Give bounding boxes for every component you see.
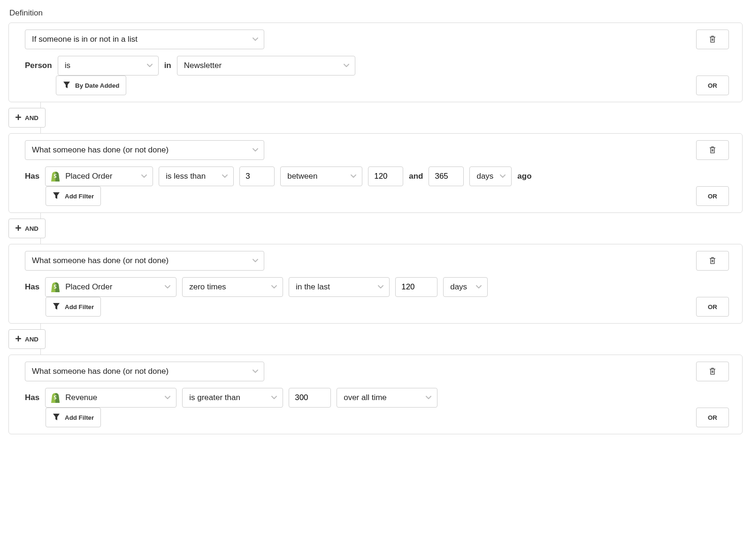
condition-type-label: What someone has done (or not done) [32,256,169,265]
has-label: Has [25,393,39,402]
and-label: AND [25,336,38,343]
and-button[interactable]: AND [8,329,46,349]
or-label: OR [708,414,717,421]
funnel-icon [53,413,60,422]
operator-select[interactable]: is less than [159,166,234,186]
chevron-down-icon [253,259,258,263]
condition-block-3: What someone has done (or not done) Has … [8,244,743,324]
has-label: Has [25,282,39,292]
unit-select[interactable]: days [443,277,488,297]
chevron-down-icon [141,174,147,178]
metric-value: Revenue [65,393,97,402]
delete-button[interactable] [696,30,729,49]
chevron-down-icon [253,370,258,373]
by-date-added-label: By Date Added [75,82,119,89]
add-filter-label: Add Filter [65,303,94,310]
time-operator-select[interactable]: over all time [337,388,437,408]
condition-block-2: What someone has done (or not done) Has … [8,133,743,213]
or-button[interactable]: OR [696,408,729,427]
shopify-icon [50,170,61,182]
chevron-down-icon [476,285,482,289]
operator-value: is less than [166,172,206,181]
add-filter-button[interactable]: Add Filter [46,186,101,206]
chevron-down-icon [222,174,228,178]
person-verb-value: is [65,61,70,70]
person-label: Person [25,61,52,70]
funnel-icon [63,81,70,90]
chevron-down-icon [165,396,170,400]
delete-button[interactable] [696,251,729,271]
trash-icon [708,256,717,266]
operator-value: zero times [189,282,226,292]
by-date-added-button[interactable]: By Date Added [56,76,126,95]
or-button[interactable]: OR [696,297,729,317]
list-select[interactable]: Newsletter [177,56,355,76]
chevron-down-icon [378,285,383,289]
and-button[interactable]: AND [8,219,46,238]
operator-select[interactable]: is greater than [182,388,283,408]
value-input[interactable] [289,388,331,408]
ago-label: ago [517,172,531,181]
condition-type-label: What someone has done (or not done) [32,367,169,376]
operator-value: is greater than [189,393,240,402]
time-operator-select[interactable]: between [280,166,362,186]
and-label: AND [25,225,38,232]
chevron-down-icon [271,396,277,400]
plus-icon [15,225,21,232]
condition-type-label: If someone is in or not in a list [32,35,138,44]
trash-icon [708,145,717,155]
condition-block-1: If someone is in or not in a list Person… [8,23,743,102]
shopify-icon [50,281,61,293]
funnel-icon [53,192,60,201]
or-button[interactable]: OR [696,76,729,95]
count-input[interactable] [239,166,275,186]
trash-icon [708,367,717,377]
funnel-icon [53,303,60,311]
unit-value: days [450,282,467,292]
chevron-down-icon [351,174,356,178]
operator-select[interactable]: zero times [182,277,283,297]
has-label: Has [25,172,39,181]
plus-icon [15,114,21,121]
metric-select[interactable]: Placed Order [45,277,176,297]
add-filter-label: Add Filter [65,193,94,200]
chevron-down-icon [271,285,277,289]
time-operator-value: between [287,172,317,181]
condition-type-label: What someone has done (or not done) [32,145,169,155]
metric-select[interactable]: Revenue [45,388,176,408]
and-button[interactable]: AND [8,108,46,128]
add-filter-label: Add Filter [65,414,94,421]
trash-icon [708,35,717,45]
add-filter-button[interactable]: Add Filter [46,408,101,427]
delete-button[interactable] [696,140,729,160]
chevron-down-icon [253,38,258,41]
or-label: OR [708,303,717,310]
to-input[interactable] [429,166,464,186]
in-label: in [164,61,171,70]
and-label: AND [25,114,38,121]
value-input[interactable] [395,277,437,297]
list-value: Newsletter [184,61,222,70]
chevron-down-icon [344,64,349,68]
chevron-down-icon [147,64,153,68]
condition-type-select[interactable]: What someone has done (or not done) [25,251,264,271]
plus-icon [15,336,21,343]
unit-select[interactable]: days [469,166,512,186]
condition-type-select[interactable]: What someone has done (or not done) [25,362,264,381]
time-operator-value: in the last [296,282,330,292]
time-operator-select[interactable]: in the last [289,277,390,297]
person-verb-select[interactable]: is [58,56,159,76]
condition-type-select[interactable]: What someone has done (or not done) [25,140,264,160]
metric-select[interactable]: Placed Order [45,166,153,186]
or-button[interactable]: OR [696,186,729,206]
chevron-down-icon [426,396,431,400]
chevron-down-icon [165,285,170,289]
section-heading: Definition [9,8,743,18]
shopify-icon [50,392,61,404]
add-filter-button[interactable]: Add Filter [46,297,101,317]
metric-value: Placed Order [65,172,112,181]
metric-value: Placed Order [65,282,112,292]
delete-button[interactable] [696,362,729,381]
from-input[interactable] [368,166,403,186]
condition-type-select[interactable]: If someone is in or not in a list [25,30,264,49]
